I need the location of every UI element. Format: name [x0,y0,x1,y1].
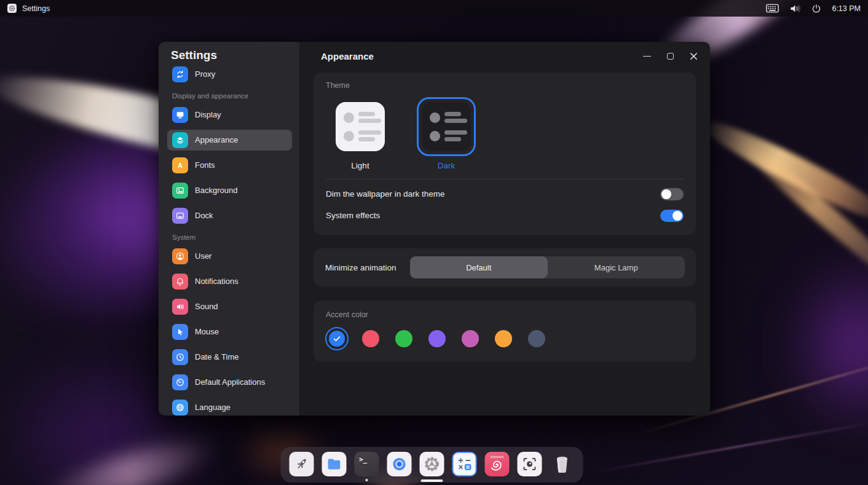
language-icon [172,400,188,416]
dock-item-files[interactable] [322,452,347,476]
dock-item-browser[interactable] [387,452,412,476]
dock-item-launcher[interactable] [290,452,314,476]
sidebar-section-display-appearance: Display and appearance [172,92,292,100]
browser-icon [390,455,409,473]
clock[interactable]: 6:13 PM [832,4,861,13]
dock-item-settings[interactable] [420,452,444,476]
accent-swatch-blue-selected[interactable] [325,327,349,350]
sidebar-item-label: Proxy [195,69,215,79]
dock-item-screenshot[interactable] [518,452,542,476]
sidebar-item-label: Display [195,110,221,119]
theme-option-light[interactable]: Light [331,97,390,170]
toggle-knob [661,189,671,199]
maximize-button[interactable] [666,52,674,60]
files-folder-icon [326,455,343,473]
accent-swatch-green[interactable] [395,330,412,347]
default-apps-icon [172,374,188,390]
sidebar-item-mouse[interactable]: Mouse [167,321,292,342]
accent-swatch-red[interactable] [362,330,379,347]
minimize-icon [643,56,651,57]
sidebar-list: Proxy Display and appearance Display App… [159,63,299,416]
system-effects-toggle[interactable] [660,210,684,222]
system-effects-label: System effects [326,211,380,220]
notifications-icon [172,274,188,290]
dock: >_ [281,447,583,483]
background-icon [172,183,188,199]
close-icon [690,52,698,60]
system-effects-row: System effects [326,205,684,226]
top-bar: Settings 6:13 PM [0,0,868,17]
segment-magic-lamp[interactable]: Magic Lamp [548,256,685,278]
sidebar: Settings Proxy Display and appearance Di… [159,42,299,416]
dark-theme-preview [417,97,476,156]
theme-section-label: Theme [326,81,684,90]
check-icon [333,334,341,343]
sidebar-item-dock[interactable]: Dock [167,205,292,226]
dock-item-calculator[interactable] [452,452,477,476]
sidebar-item-proxy[interactable]: Proxy [167,64,292,85]
keyboard-icon[interactable] [766,4,779,13]
sidebar-item-label: Fonts [195,160,215,170]
main-pane: Appearance Theme [299,42,710,416]
minimize-animation-label: Minimize animation [325,263,410,272]
accent-color-label: Accent color [326,310,684,319]
accent-swatch-pink[interactable] [462,330,479,347]
theme-option-label: Dark [438,161,456,170]
trash-bucket-icon [553,454,572,475]
sound-icon [172,299,188,315]
dock-item-terminal[interactable]: >_ [355,452,379,476]
close-button[interactable] [689,52,698,60]
sidebar-item-label: Default Applications [195,377,265,387]
segment-label: Default [466,263,491,272]
minimize-animation-segmented: Default Magic Lamp [410,256,685,278]
light-theme-preview [331,97,390,156]
sidebar-item-label: User [195,251,211,261]
sidebar-item-sound[interactable]: Sound [167,296,292,317]
sidebar-item-appearance[interactable]: Appearance [167,130,292,151]
dock-item-trash[interactable] [550,452,575,476]
sidebar-item-label: Mouse [195,327,219,336]
sidebar-item-label: Date & Time [195,352,239,361]
theme-card: Theme Light [314,73,696,235]
terminal-prompt-icon: >_ [359,455,367,463]
accent-swatches [326,327,684,350]
theme-option-dark[interactable]: Dark [417,97,476,170]
screenshot-icon [521,455,539,473]
accent-swatch-slate[interactable] [528,330,545,347]
maximize-icon [667,53,674,60]
sidebar-item-label: Appearance [195,135,238,144]
wallpaper-glow [756,221,868,467]
sidebar-item-label: Dock [195,211,213,220]
appearance-icon [172,132,188,148]
active-window-indicator [421,479,443,482]
segment-label: Magic Lamp [594,263,638,272]
sidebar-item-user[interactable]: User [167,246,292,267]
sidebar-item-display[interactable]: Display [167,104,292,125]
sidebar-item-date-time[interactable]: Date & Time [167,347,292,368]
segment-default[interactable]: Default [410,256,548,278]
sidebar-item-background[interactable]: Background [167,180,292,201]
power-icon[interactable] [811,4,821,14]
dock-settings-icon [172,208,188,224]
theme-option-label: Light [351,161,369,170]
volume-icon[interactable] [789,4,801,14]
sidebar-item-default-applications[interactable]: Default Applications [167,372,292,393]
dim-wallpaper-label: Dim the wallpaper in dark theme [326,189,445,199]
sidebar-item-language[interactable]: Language [167,397,292,416]
sidebar-item-notifications[interactable]: Notifications [167,271,292,292]
launcher-rocket-icon [293,455,311,473]
mouse-icon [172,324,188,340]
running-indicator-dot [366,479,368,481]
window-titlebar: Appearance [299,42,710,70]
divider [326,179,684,179]
accent-swatch-purple[interactable] [428,330,446,347]
page-title: Appearance [321,51,642,61]
dim-wallpaper-toggle[interactable] [660,188,684,200]
sidebar-item-label: Notifications [195,277,239,286]
user-icon [172,248,188,264]
accent-swatch-orange[interactable] [495,330,512,347]
dock-item-media-player[interactable] [485,452,510,476]
minimize-button[interactable] [642,52,651,60]
sidebar-item-fonts[interactable]: A Fonts [167,155,292,176]
sidebar-item-label: Language [195,403,231,412]
